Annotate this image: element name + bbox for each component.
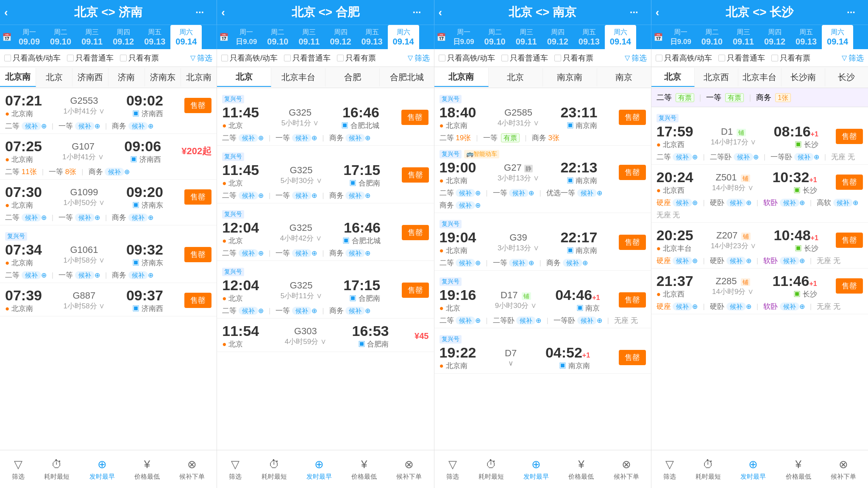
train-row-z207[interactable]: 20:25 ● 北京丰台 Z207 铺 14小时23分 ∨ 10:48+1 ▣ … (651, 223, 868, 269)
waitlist-1st-g1099[interactable]: 候补 (75, 214, 95, 222)
normal-filter-2[interactable]: 只看普通车 (284, 53, 331, 63)
train-row-g1099[interactable]: 07:30 ● 北京南 G1099 1小时50分 ∨ 09:20 ▣ 济南东 售… (0, 180, 217, 225)
nav-left-2[interactable]: ‹ (221, 6, 225, 19)
sell-button-g39[interactable]: 售罄 (619, 235, 646, 250)
train-row-d1[interactable]: 复兴号 17:59 ● 北京西 D1 铺 14小时17分 ∨ 08:16+1 ▣… (651, 107, 868, 165)
toolbar-filter-1[interactable]: ▽ 筛选 (12, 458, 25, 481)
train-row-g2553[interactable]: 07:21 ● 北京南 G2553 1小时41分 ∨ 09:02 ▣ 济南西 售… (0, 88, 217, 134)
train-row-g39[interactable]: 复兴号 19:04 ● 北京南 G39 3小时13分 ∨ 22:17 ▣ 南京南… (434, 213, 651, 271)
toolbar-waitlist-4[interactable]: ⊗ 候补下单 (831, 458, 856, 481)
toolbar-cheapest-3[interactable]: ¥ 价格最低 (568, 458, 594, 481)
sell-button-d7[interactable]: 售罄 (619, 350, 646, 365)
day-item-fri-3[interactable]: 周五09.13 (573, 25, 605, 49)
toolbar-waitlist-3[interactable]: ⊗ 候补下单 (614, 458, 639, 481)
route-menu-4[interactable]: ··· (847, 6, 855, 18)
train-row-g325-4[interactable]: 复兴号 12:04 ● 北京 G325 5小时11分 ∨ 17:15 ▣ 合肥南… (217, 261, 434, 319)
waitlist-plus-biz-g2553[interactable]: ⊕ (148, 122, 153, 130)
day-item-tue-1[interactable]: 周二09.10 (45, 25, 76, 49)
ticket-filter-1[interactable]: 只看有票 (120, 53, 159, 63)
filter-button-3[interactable]: ▽筛选 (625, 53, 647, 63)
train-row-g325-1[interactable]: 复兴号 11:45 ● 北京 G325 5小时1分 ∨ 16:46 ▣ 合肥北城… (217, 88, 434, 146)
high-speed-filter-1[interactable]: 只看高铁/动车 (4, 53, 61, 63)
day-item-thu-1[interactable]: 周四09.12 (108, 25, 139, 49)
train-row-g325-2[interactable]: 复兴号 11:45 ● 北京 G325 5小时30分 ∨ 17:15 ▣ 合肥南… (217, 146, 434, 203)
day-item-wed-1[interactable]: 周三09.11 (76, 25, 108, 49)
route-menu-2[interactable]: ··· (412, 6, 421, 18)
day-item-mon-4[interactable]: 周一日9.09 (665, 25, 696, 49)
station-btn-css-4[interactable]: 长沙南 (782, 68, 825, 86)
day-item-tue-2[interactable]: 周二09.10 (262, 25, 293, 49)
sell-button-g325-1[interactable]: 售罄 (401, 110, 428, 125)
sell-button-z207[interactable]: 售罄 (836, 233, 863, 248)
train-row-z285[interactable]: 21:37 ● 北京西 Z285 铺 14小时9分 ∨ 11:46+1 ▣ 长沙… (651, 269, 868, 314)
filter-button-1[interactable]: ▽筛选 (190, 53, 212, 63)
train-row-z501[interactable]: 20:24 ● 北京西 Z501 铺 14小时8分 ∨ 10:32+1 ▣ 长沙… (651, 165, 868, 223)
toolbar-cheapest-1[interactable]: ¥ 价格最低 (134, 458, 160, 481)
day-item-mon-2[interactable]: 周一日9.09 (231, 25, 262, 49)
sell-button-z501[interactable]: 售罄 (836, 175, 863, 190)
high-speed-filter-3[interactable]: 只看高铁/动车 (439, 53, 495, 63)
waitlist-plus-1st-g2553[interactable]: ⊕ (95, 122, 100, 130)
toolbar-waitlist-1[interactable]: ⊗ 候补下单 (179, 458, 205, 481)
station-btn-bjft-4[interactable]: 北京丰台 (738, 68, 782, 86)
waitlist-2nd-g1061[interactable]: 候补 (22, 271, 41, 279)
station-btn-hfbc-2[interactable]: 合肥北城 (380, 68, 434, 86)
toolbar-earliest-4[interactable]: ⊕ 发时最早 (740, 458, 766, 481)
toolbar-earliest-1[interactable]: ⊕ 发时最早 (89, 458, 115, 481)
station-btn-nj-3[interactable]: 南京 (597, 68, 651, 86)
normal-filter-4[interactable]: 只看普通车 (718, 53, 765, 63)
waitlist-2nd-g1099[interactable]: 候补 (22, 214, 41, 222)
back-icon-1[interactable]: ‹ (4, 6, 8, 19)
sell-button-g27[interactable]: 售罄 (619, 165, 646, 180)
toolbar-earliest-2[interactable]: ⊕ 发时最早 (306, 458, 332, 481)
day-item-sat-4[interactable]: 周六09.14 (822, 25, 853, 49)
day-item-fri-4[interactable]: 周五09.13 (790, 25, 822, 49)
train-row-g27[interactable]: 复兴号 🚌智能动车 19:00 ● 北京南 G27 静 3小时13分 ∨ 22:… (434, 146, 651, 213)
calendar-icon-4[interactable]: 📅 (654, 33, 663, 42)
toolbar-fastest-3[interactable]: ⏱ 耗时最短 (479, 458, 504, 481)
filter-button-2[interactable]: ▽筛选 (408, 53, 430, 63)
station-btn-jnd-1[interactable]: 济南东 (145, 68, 181, 86)
waitlist-biz-g2553[interactable]: 候补 (128, 122, 148, 130)
station-btn-bj-2[interactable]: 北京 (217, 68, 271, 87)
toolbar-fastest-1[interactable]: ⏱ 耗时最短 (44, 458, 70, 481)
sell-button-d17[interactable]: 售罄 (619, 292, 646, 308)
normal-filter-1[interactable]: 只看普通车 (67, 53, 114, 63)
ticket-filter-3[interactable]: 只看有票 (554, 53, 593, 63)
toolbar-earliest-3[interactable]: ⊕ 发时最早 (523, 458, 549, 481)
day-item-wed-4[interactable]: 周三09.11 (728, 25, 759, 49)
sell-button-g1099[interactable]: 售罄 (184, 189, 211, 205)
waitlist-plus-biz-g107[interactable]: ⊕ (124, 168, 130, 175)
nav-left-4[interactable]: ‹ (656, 6, 659, 19)
train-row-d17[interactable]: 复兴号 19:16 ● 北京 D17 铺 9小时30分 ∨ 04:46+1 ▣ … (434, 271, 651, 328)
waitlist-1st-g2553[interactable]: 候补 (75, 122, 95, 130)
toolbar-fastest-2[interactable]: ⏱ 耗时最短 (262, 458, 287, 481)
station-btn-bjs-1[interactable]: 北京南 (0, 68, 36, 87)
station-btn-bj-4[interactable]: 北京 (651, 68, 695, 87)
station-btn-bjs-3[interactable]: 北京南 (434, 68, 489, 87)
toolbar-fastest-4[interactable]: ⏱ 耗时最短 (696, 458, 721, 481)
station-btn-jn-1[interactable]: 济南 (108, 68, 145, 86)
station-btn-bjn-1[interactable]: 北京南 (181, 68, 217, 86)
station-btn-cs-4[interactable]: 长沙 (825, 68, 868, 86)
day-item-thu-3[interactable]: 周四09.12 (542, 25, 573, 49)
filter-button-4[interactable]: ▽筛选 (842, 53, 864, 63)
day-item-fri-2[interactable]: 周五09.13 (356, 25, 388, 49)
sell-button-g1061[interactable]: 售罄 (184, 247, 211, 262)
train-row-d7-partial[interactable]: 复兴号 19:22 ● 北京南 D7 ∨ 04:52+1 ▣ 南京南 售罄 (434, 328, 651, 374)
waitlist-plus-2nd-g2553[interactable]: ⊕ (41, 122, 47, 130)
sell-button-g2585[interactable]: 售罄 (619, 110, 646, 125)
day-item-thu-4[interactable]: 周四09.12 (759, 25, 790, 49)
toolbar-waitlist-2[interactable]: ⊗ 候补下单 (396, 458, 422, 481)
sell-button-g887[interactable]: 售罄 (184, 293, 211, 308)
sell-button-g2553[interactable]: 售罄 (184, 98, 211, 113)
train-row-g107[interactable]: 07:25 ● 北京南 G107 1小时41分 ∨ 09:06 ▣ 济南西 ¥2… (0, 134, 217, 180)
train-row-g1061[interactable]: 复兴号 07:34 ● 北京南 G1061 1小时58分 ∨ 09:32 ▣ 济… (0, 225, 217, 283)
station-btn-bjft-2[interactable]: 北京丰台 (271, 68, 326, 86)
calendar-icon-1[interactable]: 📅 (2, 33, 11, 42)
day-item-fri-1[interactable]: 周五09.13 (139, 25, 170, 49)
waitlist-2nd-g2553[interactable]: 候补 (22, 122, 41, 130)
day-item-mon-1[interactable]: 周一09.09 (14, 25, 45, 49)
toolbar-cheapest-4[interactable]: ¥ 价格最低 (786, 458, 811, 481)
high-speed-filter-2[interactable]: 只看高铁/动车 (221, 53, 278, 63)
